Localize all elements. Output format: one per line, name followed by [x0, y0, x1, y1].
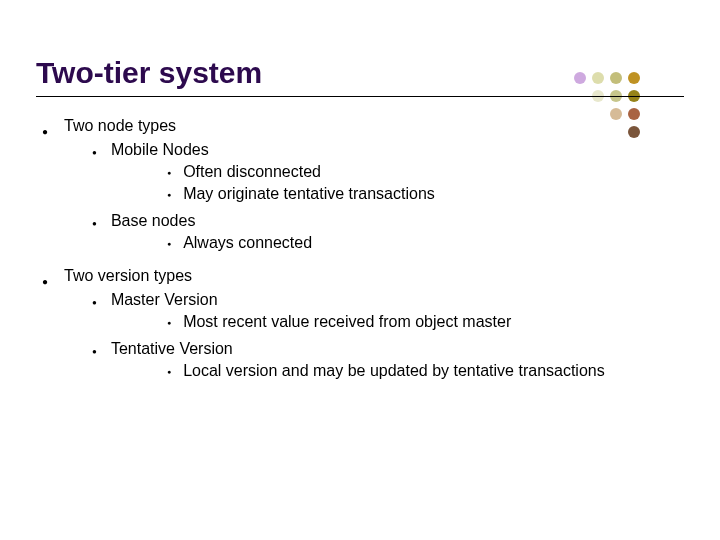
bullet-list: ● Two node types ● Mobile Nodes ● Often …: [42, 117, 684, 387]
bullet-icon: ●: [167, 169, 171, 181]
bullet-icon: ●: [167, 319, 171, 331]
bullet-icon: ●: [42, 126, 48, 259]
bullet-text: May originate tentative transactions: [183, 185, 435, 203]
bullet-text: Local version and may be updated by tent…: [183, 362, 605, 380]
slide-title: Two-tier system: [36, 56, 684, 90]
list-item: ● Two version types ● Master Version ● M…: [42, 267, 684, 387]
bullet-text: Two version types: [64, 267, 605, 285]
bullet-icon: ●: [167, 240, 171, 252]
bullet-text: Base nodes: [111, 212, 312, 230]
list-item: ● Local version and may be updated by te…: [111, 362, 605, 380]
bullet-text: Most recent value received from object m…: [183, 313, 511, 331]
bullet-icon: ●: [92, 219, 97, 255]
bullet-icon: ●: [42, 276, 48, 387]
list-item: ● Two node types ● Mobile Nodes ● Often …: [42, 117, 684, 259]
slide: Two-tier system ● Two node types ● Mobil…: [0, 0, 720, 415]
bullet-text: Tentative Version: [111, 340, 605, 358]
list-item: ● Often disconnected: [111, 163, 435, 181]
bullet-icon: ●: [167, 368, 171, 380]
list-item: ● Most recent value received from object…: [111, 313, 511, 331]
list-item: ● Always connected: [111, 234, 312, 252]
list-item: ● May originate tentative transactions: [111, 185, 435, 203]
bullet-text: Always connected: [183, 234, 312, 252]
bullet-icon: ●: [167, 191, 171, 203]
list-item: ● Base nodes ● Always connected: [64, 212, 435, 255]
bullet-icon: ●: [92, 347, 97, 383]
title-container: Two-tier system: [36, 56, 684, 97]
bullet-icon: ●: [92, 148, 97, 206]
bullet-text: Often disconnected: [183, 163, 321, 181]
bullet-text: Two node types: [64, 117, 435, 135]
list-item: ● Tentative Version ● Local version and …: [64, 340, 605, 383]
list-item: ● Master Version ● Most recent value rec…: [64, 291, 605, 334]
bullet-text: Mobile Nodes: [111, 141, 435, 159]
list-item: ● Mobile Nodes ● Often disconnected ●: [64, 141, 435, 206]
bullet-icon: ●: [92, 298, 97, 334]
bullet-text: Master Version: [111, 291, 511, 309]
